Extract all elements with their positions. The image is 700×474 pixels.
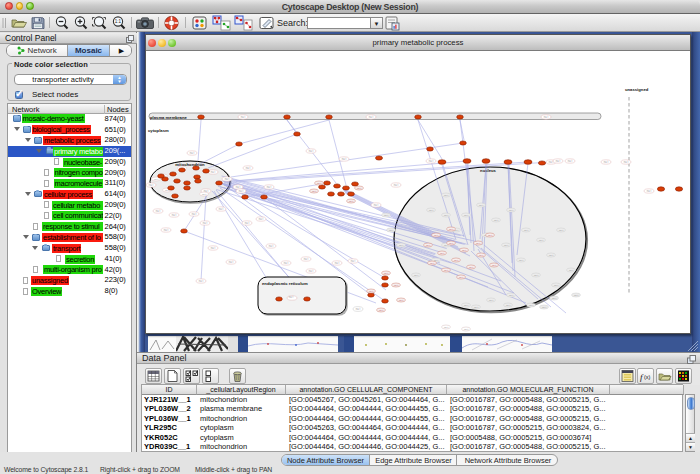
- svg-text:na t: na t: [211, 246, 216, 250]
- svg-text:na t: na t: [149, 183, 154, 187]
- svg-text:na t: na t: [269, 244, 274, 248]
- svg-text:na t: na t: [556, 159, 561, 163]
- svg-text:na t: na t: [559, 229, 563, 232]
- svg-text:na t: na t: [236, 185, 241, 189]
- svg-text:na t: na t: [454, 259, 458, 262]
- svg-text:na t: na t: [492, 264, 496, 267]
- svg-text:unassigned: unassigned: [625, 87, 649, 92]
- svg-text:na t: na t: [494, 219, 498, 222]
- svg-text:na t: na t: [342, 157, 347, 161]
- svg-text:na t: na t: [304, 257, 309, 261]
- svg-text:na t: na t: [225, 177, 230, 181]
- svg-text:na t: na t: [489, 299, 493, 302]
- svg-text:na t: na t: [459, 276, 463, 279]
- svg-text:na t: na t: [474, 306, 478, 309]
- svg-text:na t: na t: [479, 254, 483, 257]
- svg-text:na t: na t: [172, 213, 177, 217]
- svg-text:na t: na t: [202, 193, 206, 196]
- svg-text:plasma membrane: plasma membrane: [150, 115, 187, 120]
- svg-text:na t: na t: [444, 214, 448, 217]
- svg-text:na t: na t: [524, 229, 528, 232]
- svg-text:na t: na t: [309, 269, 314, 273]
- svg-text:na t: na t: [164, 228, 169, 232]
- svg-text:na t: na t: [203, 221, 208, 225]
- svg-text:na t: na t: [519, 259, 523, 262]
- svg-text:na t: na t: [509, 209, 513, 212]
- svg-text:na t: na t: [317, 182, 321, 185]
- svg-text:na t: na t: [369, 115, 374, 119]
- svg-text:na t: na t: [399, 244, 403, 247]
- svg-text:na t: na t: [549, 160, 554, 164]
- svg-text:na t: na t: [245, 221, 250, 225]
- svg-text:endoplasmic reticulum: endoplasmic reticulum: [262, 281, 308, 286]
- svg-text:na t: na t: [356, 307, 361, 311]
- svg-text:na t: na t: [429, 159, 434, 163]
- svg-text:cytoplasm: cytoplasm: [148, 128, 169, 133]
- svg-text:(x): (x): [644, 374, 651, 380]
- svg-text:na t: na t: [374, 203, 379, 207]
- svg-text:na t: na t: [462, 249, 466, 252]
- svg-text:na t: na t: [464, 214, 468, 217]
- svg-text:na t: na t: [604, 160, 609, 164]
- svg-text:na t: na t: [267, 185, 272, 189]
- svg-text:na t: na t: [414, 274, 418, 277]
- svg-text:na t: na t: [335, 261, 340, 265]
- svg-text:na t: na t: [199, 279, 204, 283]
- svg-text:na t: na t: [552, 297, 556, 300]
- svg-text:na t: na t: [479, 204, 483, 207]
- svg-text:na t: na t: [464, 328, 468, 331]
- svg-text:na t: na t: [369, 290, 373, 293]
- svg-text:na t: na t: [384, 214, 388, 217]
- svg-text:na t: na t: [384, 272, 388, 275]
- svg-text:na t: na t: [289, 295, 294, 299]
- svg-text:na t: na t: [434, 234, 438, 237]
- svg-text:na t: na t: [349, 200, 353, 203]
- svg-text:na t: na t: [241, 115, 246, 119]
- svg-text:na t: na t: [399, 299, 403, 302]
- svg-text:na t: na t: [394, 183, 399, 187]
- svg-text:na t: na t: [569, 269, 573, 272]
- svg-text:1:1: 1:1: [115, 19, 122, 24]
- svg-text:na t: na t: [464, 304, 468, 307]
- svg-text:na t: na t: [379, 309, 383, 312]
- svg-text:na t: na t: [444, 326, 448, 329]
- svg-text:na t: na t: [529, 304, 533, 307]
- svg-text:na t: na t: [357, 187, 361, 190]
- svg-text:na t: na t: [259, 217, 264, 221]
- svg-text:na t: na t: [509, 294, 513, 297]
- svg-text:na t: na t: [429, 209, 433, 212]
- svg-text:na t: na t: [574, 294, 578, 297]
- svg-text:na t: na t: [504, 244, 508, 247]
- svg-text:na t: na t: [554, 284, 558, 287]
- svg-text:na t: na t: [449, 242, 453, 245]
- svg-text:na t: na t: [542, 306, 546, 309]
- svg-text:na t: na t: [444, 194, 448, 197]
- svg-text:na t: na t: [534, 274, 538, 277]
- svg-text:na t: na t: [309, 149, 314, 153]
- svg-text:na t: na t: [246, 166, 251, 170]
- svg-text:na t: na t: [156, 209, 161, 213]
- svg-text:na t: na t: [389, 229, 393, 232]
- svg-text:na t: na t: [488, 234, 492, 237]
- svg-text:na t: na t: [544, 115, 549, 119]
- svg-text:na t: na t: [219, 207, 224, 211]
- svg-text:na t: na t: [154, 178, 158, 181]
- svg-text:na t: na t: [211, 170, 216, 174]
- svg-text:na t: na t: [469, 266, 473, 269]
- svg-text:nucleus: nucleus: [480, 168, 496, 173]
- svg-text:na t: na t: [426, 244, 430, 247]
- svg-text:na t: na t: [239, 189, 244, 193]
- svg-text:na t: na t: [647, 189, 652, 193]
- svg-text:na t: na t: [192, 212, 197, 216]
- svg-text:na t: na t: [568, 159, 573, 163]
- svg-text:na t: na t: [190, 151, 195, 155]
- svg-text:na t: na t: [430, 262, 434, 265]
- svg-text:na t: na t: [444, 269, 448, 272]
- svg-text:na t: na t: [440, 252, 444, 255]
- svg-text:na t: na t: [449, 228, 453, 231]
- svg-text:na t: na t: [506, 304, 510, 307]
- svg-text:na t: na t: [624, 160, 629, 164]
- svg-text:na t: na t: [476, 242, 480, 245]
- svg-text:na t: na t: [549, 254, 553, 257]
- svg-text:na t: na t: [394, 284, 398, 287]
